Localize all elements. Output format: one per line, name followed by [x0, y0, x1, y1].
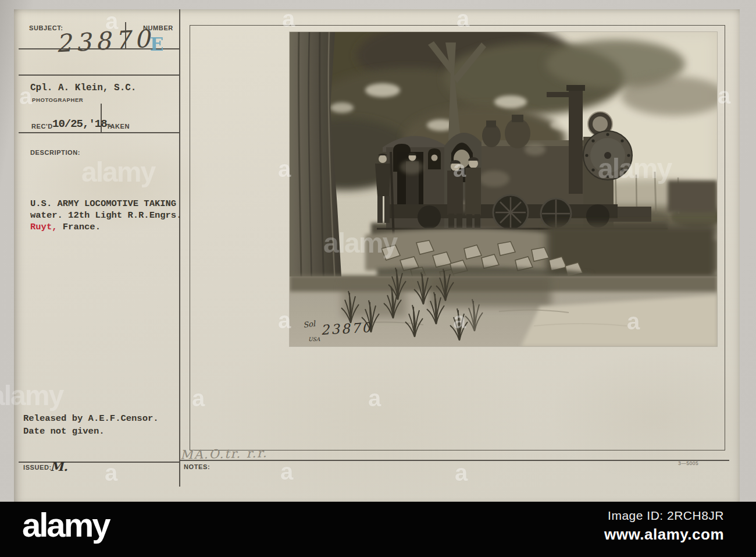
photograph-art: Sol 23870 USA: [290, 32, 717, 346]
notes-label: NOTES:: [184, 463, 210, 470]
recd-date: 10/25,'18.: [52, 118, 113, 130]
subject-number-handwriting: 23870: [55, 24, 155, 58]
print-number: 3—5005: [678, 460, 698, 466]
archive-card: SUBJECT: 23870 NUMBER E Cpl. A. Klein, S…: [14, 9, 740, 502]
number-label: NUMBER: [143, 24, 173, 31]
form-divider-line: [179, 9, 180, 487]
taken-label: TAKEN: [106, 123, 130, 130]
form-line: [19, 132, 179, 133]
alamy-url: www.alamy.com: [604, 526, 724, 544]
issued-label: ISSUED:: [23, 464, 52, 471]
released-line1: Released by A.E.F.Censor.: [23, 412, 159, 425]
description-line3: Ruyt, France.: [30, 221, 181, 233]
description-text: U.S. ARMY LOCOMOTIVE TAKING water. 12th …: [30, 198, 181, 233]
description-label: DESCRIPTION:: [30, 149, 80, 156]
description-line1: U.S. ARMY LOCOMOTIVE TAKING: [30, 198, 181, 210]
photo-sepia-tint: [290, 32, 717, 346]
alamy-logo: alamy: [22, 505, 109, 544]
description-country: France.: [58, 222, 101, 232]
released-line2: Date not given.: [23, 425, 159, 438]
footer-bar: alamy Image ID: 2RCH8JR www.alamy.com: [0, 502, 756, 557]
footer-info: Image ID: 2RCH8JR www.alamy.com: [604, 509, 724, 544]
photograph: Sol 23870 USA: [290, 32, 717, 346]
description-line2: water. 12th Light R.R.Engrs.: [30, 210, 181, 221]
description-location: Ruyt,: [30, 222, 58, 232]
screenshot-stage: SUBJECT: 23870 NUMBER E Cpl. A. Klein, S…: [0, 0, 756, 557]
issued-value: M.: [50, 459, 68, 474]
photographer-name: Cpl. A. Klein, S.C.: [30, 83, 136, 93]
number-stamp: E: [150, 34, 165, 55]
image-id: Image ID: 2RCH8JR: [604, 509, 724, 523]
notes-handwriting: MA.O.tr. r.r.: [180, 446, 268, 462]
photographer-label: PHOTOGRAPHER: [32, 97, 83, 103]
form-line: [19, 74, 179, 76]
form-line: [19, 462, 179, 463]
released-text: Released by A.E.F.Censor. Date not given…: [23, 412, 159, 438]
recd-label: REC'D: [31, 123, 53, 130]
